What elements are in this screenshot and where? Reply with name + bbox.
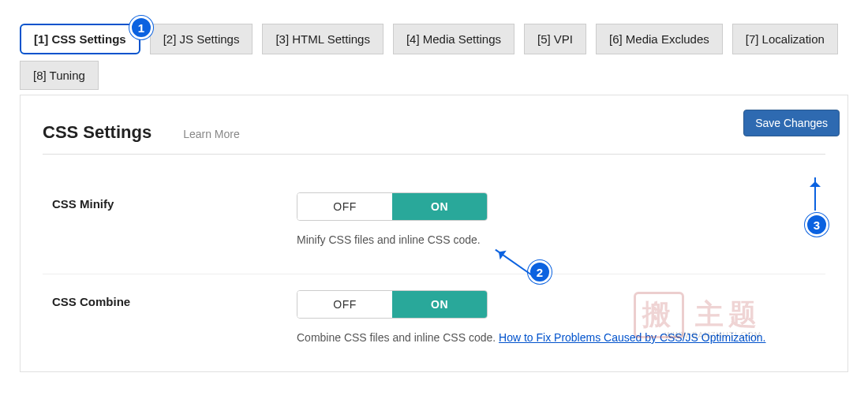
toggle-css-combine[interactable]: OFF ON — [297, 290, 488, 319]
settings-panel: Save Changes CSS Settings Learn More CSS… — [20, 95, 848, 372]
setting-row-css-minify: CSS Minify OFF ON Minify CSS files and i… — [43, 177, 825, 274]
learn-more-link[interactable]: Learn More — [183, 128, 240, 140]
tab-js-settings[interactable]: [2] JS Settings — [150, 24, 253, 54]
setting-description: Combine CSS files and inline CSS code. H… — [297, 330, 825, 346]
setting-description: Minify CSS files and inline CSS code. — [297, 232, 825, 248]
toggle-off-option[interactable]: OFF — [297, 193, 392, 220]
setting-label: CSS Combine — [52, 290, 297, 308]
annotation-badge-2: 2 — [528, 260, 552, 284]
tab-vpi[interactable]: [5] VPI — [524, 24, 586, 54]
tab-localization[interactable]: [7] Localization — [732, 24, 838, 54]
toggle-css-minify[interactable]: OFF ON — [297, 192, 488, 221]
toggle-on-option[interactable]: ON — [392, 291, 487, 318]
toggle-on-option[interactable]: ON — [392, 193, 487, 220]
tab-tuning[interactable]: [8] Tuning — [20, 61, 99, 90]
tab-css-settings[interactable]: [1] CSS Settings — [20, 24, 140, 54]
panel-title: CSS Settings — [43, 122, 152, 143]
help-link-css-js-optimization[interactable]: How to Fix Problems Caused by CSS/JS Opt… — [499, 331, 765, 344]
annotation-arrow-3 — [814, 177, 816, 211]
save-changes-button[interactable]: Save Changes — [743, 110, 840, 136]
setting-row-css-combine: CSS Combine OFF ON Combine CSS files and… — [43, 274, 825, 371]
tab-media-excludes[interactable]: [6] Media Excludes — [596, 24, 723, 54]
annotation-badge-3: 3 — [805, 213, 829, 237]
tab-html-settings[interactable]: [3] HTML Settings — [262, 24, 383, 54]
setting-label: CSS Minify — [52, 192, 297, 211]
tab-media-settings[interactable]: [4] Media Settings — [393, 24, 514, 54]
toggle-off-option[interactable]: OFF — [297, 291, 392, 318]
annotation-badge-1: 1 — [129, 16, 153, 39]
